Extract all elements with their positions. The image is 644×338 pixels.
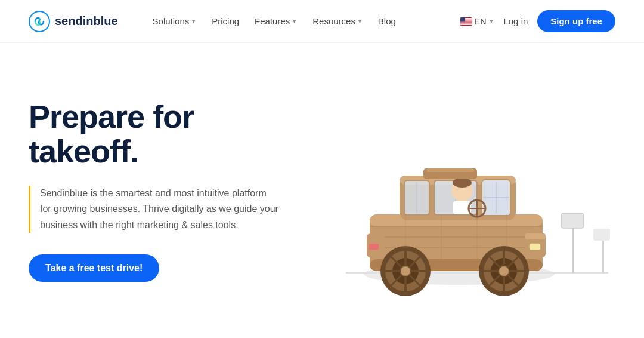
svg-rect-18 — [561, 213, 584, 228]
nav-links: Solutions ▼ Pricing Features ▼ Resources… — [147, 13, 460, 30]
flag-icon — [460, 17, 472, 26]
svg-rect-10 — [460, 23, 472, 23]
svg-rect-46 — [529, 243, 541, 250]
lang-code: EN — [475, 17, 486, 26]
nav-right: EN ▼ Log in Sign up free — [460, 10, 615, 32]
svg-point-36 — [453, 178, 472, 188]
hero-title: Prepare for takeoff. — [29, 99, 279, 169]
svg-rect-48 — [369, 243, 379, 250]
nav-blog[interactable]: Blog — [372, 13, 402, 30]
nav-resources[interactable]: Resources ▼ — [306, 13, 369, 30]
svg-rect-21 — [593, 229, 610, 241]
svg-point-68 — [401, 266, 410, 276]
toy-car-svg — [334, 83, 632, 298]
login-link[interactable]: Log in — [503, 16, 528, 26]
nav-features[interactable]: Features ▼ — [249, 13, 303, 30]
hero-content: Prepare for takeoff. Sendinblue is the s… — [29, 99, 279, 282]
svg-rect-17 — [572, 223, 574, 273]
svg-rect-45 — [525, 233, 546, 239]
features-caret-icon: ▼ — [292, 19, 297, 24]
hero-section: Prepare for takeoff. Sendinblue is the s… — [0, 43, 644, 338]
logo-text: sendinblue — [55, 14, 118, 28]
logo-link[interactable]: sendinblue — [29, 11, 118, 32]
svg-rect-50 — [426, 168, 474, 172]
hero-description: Sendinblue is the smartest and most intu… — [29, 186, 279, 233]
nav-solutions[interactable]: Solutions ▼ — [147, 13, 203, 30]
svg-point-59 — [499, 266, 509, 276]
svg-rect-8 — [460, 21, 472, 22]
svg-rect-13 — [460, 24, 472, 25]
svg-rect-9 — [460, 22, 472, 23]
svg-rect-14 — [460, 17, 465, 22]
nav-pricing[interactable]: Pricing — [206, 13, 245, 30]
language-selector[interactable]: EN ▼ — [460, 17, 494, 26]
lang-caret-icon: ▼ — [489, 19, 494, 24]
svg-rect-20 — [602, 237, 604, 273]
svg-rect-11 — [460, 23, 472, 24]
resources-caret-icon: ▼ — [357, 19, 363, 24]
hero-illustration — [310, 65, 644, 316]
signup-button[interactable]: Sign up free — [537, 10, 615, 32]
solutions-caret-icon: ▼ — [191, 19, 196, 24]
sendinblue-logo-icon — [29, 11, 50, 32]
navbar: sendinblue Solutions ▼ Pricing Features … — [0, 0, 644, 43]
cta-button[interactable]: Take a free test drive! — [29, 254, 159, 282]
svg-rect-12 — [460, 24, 472, 24]
